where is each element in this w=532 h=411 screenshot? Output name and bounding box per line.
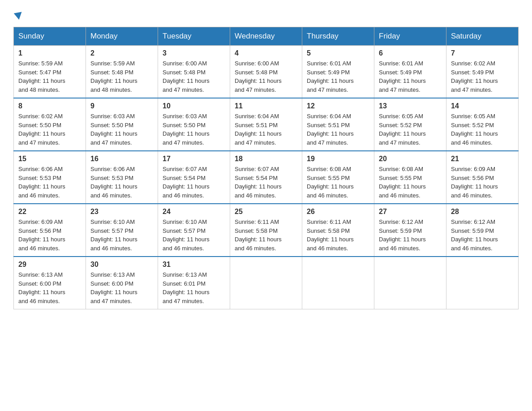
calendar-cell: 7Sunrise: 6:02 AMSunset: 5:49 PMDaylight… <box>446 46 519 98</box>
day-number: 18 <box>235 155 297 163</box>
calendar-header-row: SundayMondayTuesdayWednesdayThursdayFrid… <box>14 27 519 46</box>
calendar-cell: 23Sunrise: 6:10 AMSunset: 5:57 PMDayligh… <box>86 204 158 257</box>
day-number: 30 <box>90 261 153 269</box>
day-number: 20 <box>379 155 442 163</box>
header-friday: Friday <box>374 27 446 46</box>
day-number: 25 <box>235 208 297 216</box>
calendar-cell: 2Sunrise: 5:59 AMSunset: 5:48 PMDaylight… <box>86 46 158 98</box>
day-info: Sunrise: 6:13 AMSunset: 6:00 PMDaylight:… <box>18 270 81 305</box>
calendar-week-row: 8Sunrise: 6:02 AMSunset: 5:50 PMDaylight… <box>14 98 519 151</box>
day-info: Sunrise: 6:02 AMSunset: 5:49 PMDaylight:… <box>451 59 514 94</box>
header-saturday: Saturday <box>446 27 519 46</box>
calendar-cell: 22Sunrise: 6:09 AMSunset: 5:56 PMDayligh… <box>14 204 86 257</box>
calendar-cell: 8Sunrise: 6:02 AMSunset: 5:50 PMDaylight… <box>14 98 86 151</box>
day-info: Sunrise: 6:05 AMSunset: 5:52 PMDaylight:… <box>379 112 442 147</box>
calendar-cell: 25Sunrise: 6:11 AMSunset: 5:58 PMDayligh… <box>230 204 302 257</box>
calendar-cell: 12Sunrise: 6:04 AMSunset: 5:51 PMDayligh… <box>302 98 374 151</box>
day-info: Sunrise: 6:03 AMSunset: 5:50 PMDaylight:… <box>163 112 225 147</box>
calendar-cell: 27Sunrise: 6:12 AMSunset: 5:59 PMDayligh… <box>374 204 446 257</box>
day-number: 23 <box>90 208 153 216</box>
day-info: Sunrise: 6:01 AMSunset: 5:49 PMDaylight:… <box>379 59 442 94</box>
calendar-cell: 28Sunrise: 6:12 AMSunset: 5:59 PMDayligh… <box>446 204 519 257</box>
day-info: Sunrise: 6:12 AMSunset: 5:59 PMDaylight:… <box>379 218 442 253</box>
header-sunday: Sunday <box>14 27 86 46</box>
day-number: 13 <box>379 102 442 110</box>
calendar-cell: 16Sunrise: 6:06 AMSunset: 5:53 PMDayligh… <box>86 151 158 204</box>
day-number: 7 <box>451 49 514 57</box>
day-info: Sunrise: 6:11 AMSunset: 5:58 PMDaylight:… <box>235 218 297 253</box>
day-info: Sunrise: 6:01 AMSunset: 5:49 PMDaylight:… <box>307 59 369 94</box>
header-thursday: Thursday <box>302 27 374 46</box>
day-info: Sunrise: 6:05 AMSunset: 5:52 PMDaylight:… <box>451 112 514 147</box>
day-info: Sunrise: 6:10 AMSunset: 5:57 PMDaylight:… <box>163 218 225 253</box>
day-number: 29 <box>18 261 81 269</box>
day-info: Sunrise: 6:13 AMSunset: 6:01 PMDaylight:… <box>163 270 225 305</box>
day-number: 27 <box>379 208 442 216</box>
day-info: Sunrise: 6:00 AMSunset: 5:48 PMDaylight:… <box>163 59 225 94</box>
day-number: 1 <box>18 49 81 57</box>
day-number: 12 <box>307 102 369 110</box>
calendar-cell: 31Sunrise: 6:13 AMSunset: 6:01 PMDayligh… <box>158 257 230 309</box>
calendar-week-row: 1Sunrise: 5:59 AMSunset: 5:47 PMDaylight… <box>14 46 519 98</box>
day-info: Sunrise: 6:09 AMSunset: 5:56 PMDaylight:… <box>18 218 81 253</box>
day-number: 11 <box>235 102 297 110</box>
day-number: 3 <box>163 49 225 57</box>
day-number: 2 <box>90 49 153 57</box>
calendar-cell: 30Sunrise: 6:13 AMSunset: 6:00 PMDayligh… <box>86 257 158 309</box>
day-info: Sunrise: 6:02 AMSunset: 5:50 PMDaylight:… <box>18 112 81 147</box>
day-number: 21 <box>451 155 514 163</box>
calendar-table: SundayMondayTuesdayWednesdayThursdayFrid… <box>13 27 519 309</box>
calendar-cell <box>302 257 374 309</box>
calendar-cell <box>230 257 302 309</box>
calendar-week-row: 22Sunrise: 6:09 AMSunset: 5:56 PMDayligh… <box>14 204 519 257</box>
calendar-cell: 17Sunrise: 6:07 AMSunset: 5:54 PMDayligh… <box>158 151 230 204</box>
day-info: Sunrise: 6:04 AMSunset: 5:51 PMDaylight:… <box>307 112 369 147</box>
header-wednesday: Wednesday <box>230 27 302 46</box>
day-info: Sunrise: 6:11 AMSunset: 5:58 PMDaylight:… <box>307 218 369 253</box>
day-number: 9 <box>90 102 153 110</box>
calendar-cell: 20Sunrise: 6:08 AMSunset: 5:55 PMDayligh… <box>374 151 446 204</box>
calendar-week-row: 29Sunrise: 6:13 AMSunset: 6:00 PMDayligh… <box>14 257 519 309</box>
day-info: Sunrise: 5:59 AMSunset: 5:48 PMDaylight:… <box>90 59 153 94</box>
calendar-cell: 1Sunrise: 5:59 AMSunset: 5:47 PMDaylight… <box>14 46 86 98</box>
day-info: Sunrise: 6:07 AMSunset: 5:54 PMDaylight:… <box>163 165 225 200</box>
calendar-cell: 14Sunrise: 6:05 AMSunset: 5:52 PMDayligh… <box>446 98 519 151</box>
calendar-cell: 15Sunrise: 6:06 AMSunset: 5:53 PMDayligh… <box>14 151 86 204</box>
calendar-cell: 10Sunrise: 6:03 AMSunset: 5:50 PMDayligh… <box>158 98 230 151</box>
calendar-cell: 29Sunrise: 6:13 AMSunset: 6:00 PMDayligh… <box>14 257 86 309</box>
calendar-cell: 13Sunrise: 6:05 AMSunset: 5:52 PMDayligh… <box>374 98 446 151</box>
day-number: 8 <box>18 102 81 110</box>
calendar-cell: 4Sunrise: 6:00 AMSunset: 5:48 PMDaylight… <box>230 46 302 98</box>
calendar-cell: 9Sunrise: 6:03 AMSunset: 5:50 PMDaylight… <box>86 98 158 151</box>
logo-triangle-icon <box>14 12 23 21</box>
day-info: Sunrise: 6:00 AMSunset: 5:48 PMDaylight:… <box>235 59 297 94</box>
calendar-cell: 24Sunrise: 6:10 AMSunset: 5:57 PMDayligh… <box>158 204 230 257</box>
header-tuesday: Tuesday <box>158 27 230 46</box>
calendar-cell: 19Sunrise: 6:08 AMSunset: 5:55 PMDayligh… <box>302 151 374 204</box>
calendar-cell: 5Sunrise: 6:01 AMSunset: 5:49 PMDaylight… <box>302 46 374 98</box>
calendar-cell: 3Sunrise: 6:00 AMSunset: 5:48 PMDaylight… <box>158 46 230 98</box>
day-info: Sunrise: 6:08 AMSunset: 5:55 PMDaylight:… <box>379 165 442 200</box>
day-number: 10 <box>163 102 225 110</box>
day-info: Sunrise: 6:07 AMSunset: 5:54 PMDaylight:… <box>235 165 297 200</box>
header-monday: Monday <box>86 27 158 46</box>
day-number: 24 <box>163 208 225 216</box>
calendar-cell: 21Sunrise: 6:09 AMSunset: 5:56 PMDayligh… <box>446 151 519 204</box>
day-number: 28 <box>451 208 514 216</box>
day-number: 4 <box>235 49 297 57</box>
day-number: 22 <box>18 208 81 216</box>
day-info: Sunrise: 6:09 AMSunset: 5:56 PMDaylight:… <box>451 165 514 200</box>
day-number: 31 <box>163 261 225 269</box>
day-number: 16 <box>90 155 153 163</box>
day-number: 14 <box>451 102 514 110</box>
day-number: 19 <box>307 155 369 163</box>
day-info: Sunrise: 6:13 AMSunset: 6:00 PMDaylight:… <box>90 270 153 305</box>
day-number: 17 <box>163 155 225 163</box>
day-info: Sunrise: 6:04 AMSunset: 5:51 PMDaylight:… <box>235 112 297 147</box>
day-info: Sunrise: 6:12 AMSunset: 5:59 PMDaylight:… <box>451 218 514 253</box>
day-info: Sunrise: 6:10 AMSunset: 5:57 PMDaylight:… <box>90 218 153 253</box>
calendar-cell: 26Sunrise: 6:11 AMSunset: 5:58 PMDayligh… <box>302 204 374 257</box>
calendar-cell <box>374 257 446 309</box>
calendar-week-row: 15Sunrise: 6:06 AMSunset: 5:53 PMDayligh… <box>14 151 519 204</box>
day-number: 26 <box>307 208 369 216</box>
